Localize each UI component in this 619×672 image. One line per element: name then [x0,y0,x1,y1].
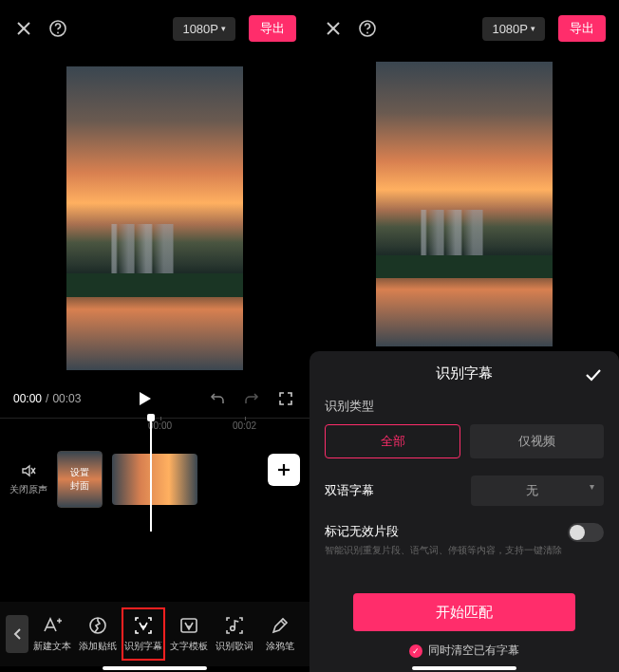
undo-icon[interactable] [207,388,228,409]
resolution-button[interactable]: 1080P ▾ [173,17,235,41]
playhead[interactable] [150,416,152,532]
type-label: 识别类型 [325,398,604,415]
close-icon[interactable] [13,18,34,39]
ruler-tick: 00:02 [233,420,256,431]
editor-pane-left: 1080P ▾ 导出 00:00 / 00:03 00:00 [0,0,310,672]
toolbar-back-button[interactable] [6,615,28,653]
video-thumbnail [376,62,553,346]
fullscreen-icon[interactable] [275,388,296,409]
help-icon[interactable] [47,18,68,39]
checkmark-icon: ✓ [409,644,422,658]
chevron-down-icon: ▾ [531,24,535,33]
tool-text-template[interactable]: 文字模板 [167,609,211,659]
resolution-label: 1080P [492,22,528,36]
home-indicator [412,666,516,670]
recognize-subtitle-panel: 识别字幕 识别类型 全部 仅视频 双语字幕 无 标记无效片段 智能识别重复片段、… [310,351,619,672]
invalid-desc: 智能识别重复片段、语气词、停顿等内容，支持一键清除 [325,544,562,557]
bilingual-row: 双语字幕 无 [325,476,604,506]
clear-existing-row[interactable]: ✓ 同时清空已有字幕 [325,643,604,659]
tool-recognize-lyrics[interactable]: 识别歌词 [213,609,256,659]
tool-label: 识别歌词 [216,640,253,653]
speaker-off-icon [20,462,37,479]
topbar: 1080P ▾ 导出 [310,0,619,57]
close-icon[interactable] [323,18,344,39]
video-preview[interactable] [310,57,619,351]
video-thumbnail [66,66,243,370]
tool-label: 文字模板 [170,640,208,653]
resolution-label: 1080P [182,22,218,36]
resolution-button[interactable]: 1080P ▾ [482,17,545,41]
bilingual-select[interactable]: 无 [471,476,604,506]
tool-recognize-subtitle[interactable]: 识别字幕 [122,607,165,661]
play-icon[interactable] [134,388,155,409]
invalid-label: 标记无效片段 [325,523,562,540]
pen-icon [270,615,291,636]
tool-label: 添加贴纸 [79,640,117,653]
video-preview[interactable] [0,57,310,380]
panel-header: 识别字幕 [325,364,604,383]
lyrics-scan-icon [224,615,245,636]
text-plus-icon [42,615,63,636]
tool-label: 涂鸦笔 [266,640,294,653]
tool-label: 新建文本 [33,640,71,653]
help-icon[interactable] [357,18,378,39]
option-all[interactable]: 全部 [325,424,460,458]
tool-doodle-pen[interactable]: 涂鸦笔 [258,609,302,659]
bilingual-label: 双语字幕 [325,482,374,499]
svg-marker-4 [140,392,151,405]
svg-point-15 [366,32,368,34]
timeline-ruler[interactable]: 00:00 00:02 [0,418,310,437]
panel-title: 识别字幕 [436,364,493,383]
timeline[interactable]: 关闭原声 设置 封面 [0,437,310,522]
clear-existing-label: 同时清空已有字幕 [428,643,519,659]
export-button[interactable]: 导出 [558,15,606,42]
mute-label: 关闭原声 [9,483,47,496]
invalid-row: 标记无效片段 智能识别重复片段、语气词、停顿等内容，支持一键清除 [325,523,604,557]
mute-toggle[interactable]: 关闭原声 [9,462,47,496]
invalid-toggle[interactable] [568,523,604,542]
confirm-icon[interactable] [583,364,604,385]
chevron-down-icon: ▾ [221,24,226,33]
tool-add-sticker[interactable]: 添加贴纸 [76,609,120,659]
subtitle-scan-icon [133,615,154,636]
export-button[interactable]: 导出 [249,15,296,42]
sticker-icon [87,615,108,636]
set-cover-button[interactable]: 设置 封面 [57,451,103,508]
option-video-only[interactable]: 仅视频 [470,424,604,458]
template-icon [178,615,199,636]
tool-new-text[interactable]: 新建文本 [30,609,74,659]
player-controls: 00:00 / 00:03 [0,380,310,418]
redo-icon[interactable] [241,388,262,409]
svg-point-3 [57,32,59,34]
set-cover-label: 设置 封面 [70,466,89,493]
editor-pane-right: 1080P ▾ 导出 识别字幕 识别类型 全部 仅视频 双语字幕 无 标记无效片 [310,0,619,672]
type-options: 全部 仅视频 [325,424,604,458]
current-time: 00:00 [13,392,42,405]
total-time: 00:03 [52,392,81,405]
topbar: 1080P ▾ 导出 [0,0,310,57]
bottom-toolbar: 新建文本 添加贴纸 识别字幕 文字模板 识别歌词 [0,602,310,666]
tool-label: 识别字幕 [124,640,162,653]
timeline-clip[interactable] [112,454,197,505]
bilingual-value: 无 [526,483,538,497]
start-match-button[interactable]: 开始匹配 [353,593,575,631]
home-indicator [103,666,207,670]
add-clip-button[interactable] [268,454,300,486]
